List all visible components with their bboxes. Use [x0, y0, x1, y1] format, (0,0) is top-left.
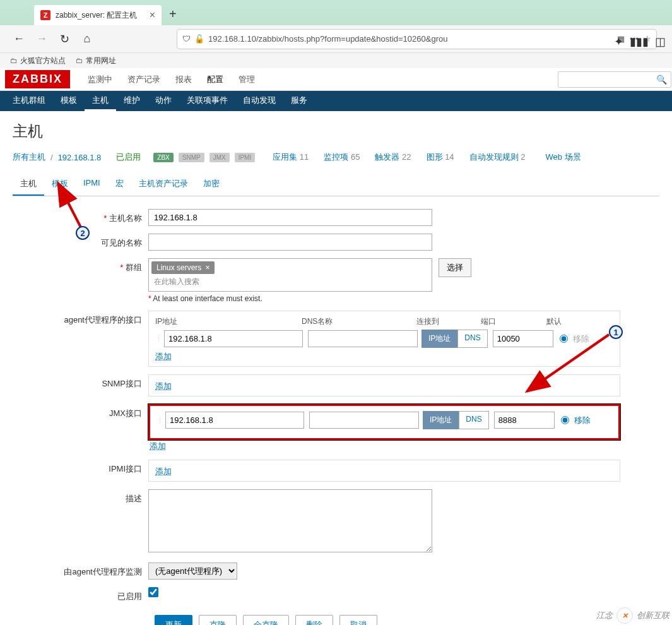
extension-icon[interactable]: ✦: [614, 35, 623, 49]
enabled-checkbox[interactable]: [148, 587, 158, 597]
cancel-button[interactable]: 取消: [339, 615, 377, 625]
subnav-hostgroups[interactable]: 主机群组: [5, 91, 53, 111]
tab-encryption[interactable]: 加密: [196, 173, 227, 196]
nav-reports[interactable]: 报表: [168, 69, 199, 90]
agent-ip-input[interactable]: [164, 330, 303, 347]
jmx-if-label: JMX接口: [13, 404, 148, 419]
search-input[interactable]: [558, 71, 671, 88]
search-icon[interactable]: 🔍: [656, 74, 667, 85]
jmx-ip-input[interactable]: [165, 412, 304, 429]
subnav-services[interactable]: 服务: [283, 91, 315, 111]
proto-ipmi-badge: IPMI: [235, 153, 256, 162]
tab-close-icon[interactable]: ×: [150, 9, 155, 21]
subnav-maintenance[interactable]: 维护: [116, 91, 148, 111]
back-button[interactable]: ←: [10, 30, 28, 48]
tab-macros[interactable]: 宏: [108, 173, 131, 196]
snmp-if-label: SNMP接口: [13, 374, 148, 390]
agent-default-radio[interactable]: [560, 335, 568, 343]
page-title: 主机: [13, 121, 659, 141]
permission-icon: 🔓: [194, 34, 204, 44]
visiblename-input[interactable]: [148, 234, 432, 251]
groups-label: 群组: [126, 263, 142, 272]
snmp-add-link[interactable]: 添加: [155, 381, 172, 391]
jmx-default-radio[interactable]: [561, 416, 569, 424]
reload-button[interactable]: ↻: [56, 30, 73, 48]
subnav-discovery[interactable]: 自动发现: [235, 91, 283, 111]
monitored-select[interactable]: (无agent代理程序): [148, 562, 237, 580]
shield-icon: 🛡: [182, 34, 191, 44]
tab-favicon: Z: [40, 10, 50, 20]
watermark-logo-icon: ✕: [616, 607, 633, 624]
agent-conn-ip[interactable]: IP地址: [421, 330, 457, 348]
groups-input-box[interactable]: Linux servers× 在此输入搜索: [148, 258, 432, 292]
breadcrumb-all-hosts[interactable]: 所有主机: [13, 152, 45, 163]
folder-icon: 🗀: [10, 56, 18, 65]
agent-conn-dns[interactable]: DNS: [457, 330, 487, 348]
group-tag-linux[interactable]: Linux servers×: [151, 261, 215, 274]
visiblename-label: 可见的名称: [13, 234, 148, 249]
nav-config[interactable]: 配置: [199, 69, 231, 90]
library-icon[interactable]: ▮▮▮: [630, 35, 649, 49]
tab-title: zabbix_server: 配置主机: [56, 10, 150, 21]
jmx-dns-input[interactable]: [309, 412, 419, 429]
enabled-label: 已启用: [13, 587, 148, 602]
tab-inventory[interactable]: 主机资产记录: [131, 173, 196, 196]
delete-button[interactable]: 删除: [295, 615, 333, 625]
proto-snmp-badge: SNMP: [179, 153, 204, 162]
subnav-correlation[interactable]: 关联项事件: [179, 91, 235, 111]
stat-graphs[interactable]: 图形 14: [427, 152, 454, 163]
jmx-port-input[interactable]: [494, 412, 555, 429]
tab-host[interactable]: 主机: [13, 173, 44, 196]
tab-templates[interactable]: 模板: [44, 173, 76, 196]
jmx-conn-ip[interactable]: IP地址: [423, 411, 459, 429]
new-tab-button[interactable]: +: [169, 7, 177, 21]
description-textarea[interactable]: [148, 489, 432, 552]
stat-triggers[interactable]: 触发器 22: [375, 152, 411, 163]
subnav-actions[interactable]: 动作: [148, 91, 179, 111]
sidebar-icon[interactable]: ◫: [655, 35, 666, 49]
interface-hint: At least one interface must exist.: [153, 294, 262, 303]
jmx-remove-link[interactable]: 移除: [574, 415, 591, 426]
fullclone-button[interactable]: 全克隆: [243, 615, 289, 625]
bookmark-firefox[interactable]: 🗀 火狐官方站点: [10, 56, 66, 66]
agent-dns-input[interactable]: [308, 330, 418, 347]
group-placeholder: 在此输入搜索: [151, 275, 429, 289]
groups-select-button[interactable]: 选择: [439, 258, 471, 277]
nav-monitoring[interactable]: 监测中: [80, 69, 120, 90]
proto-jmx-badge: JMX: [209, 153, 230, 162]
nav-admin[interactable]: 管理: [231, 69, 262, 90]
subnav-templates[interactable]: 模板: [53, 91, 85, 111]
jmx-conn-dns[interactable]: DNS: [459, 411, 488, 429]
stat-items[interactable]: 监控项 65: [324, 152, 360, 163]
forward-button[interactable]: →: [33, 30, 50, 48]
update-button[interactable]: 更新: [155, 615, 192, 625]
bookmark-common[interactable]: 🗀 常用网址: [76, 56, 116, 66]
drag-handle-icon[interactable]: ⋮⋮: [156, 416, 163, 424]
nav-inventory[interactable]: 资产记录: [120, 69, 168, 90]
description-label: 描述: [13, 489, 148, 504]
stat-apps[interactable]: 应用集 11: [273, 152, 309, 163]
subnav-hosts[interactable]: 主机: [85, 91, 116, 111]
home-button[interactable]: ⌂: [78, 30, 96, 48]
agent-add-link[interactable]: 添加: [155, 352, 172, 361]
stat-discovery[interactable]: 自动发现规则 2: [469, 152, 526, 163]
ipmi-add-link[interactable]: 添加: [155, 467, 172, 476]
hostname-input[interactable]: [148, 209, 432, 226]
zabbix-logo[interactable]: ZABBIX: [5, 70, 70, 88]
proto-zbx-badge: ZBX: [153, 153, 173, 162]
breadcrumb-sep: /: [50, 153, 53, 162]
hostname-label: 主机名称: [109, 213, 142, 223]
stat-web2[interactable]: Web 场景: [545, 152, 581, 163]
jmx-add-link[interactable]: 添加: [150, 441, 166, 451]
breadcrumb-host[interactable]: 192.168.1.8: [58, 153, 102, 162]
group-tag-remove-icon[interactable]: ×: [205, 263, 209, 272]
browser-tab[interactable]: Z zabbix_server: 配置主机 ×: [34, 5, 162, 25]
watermark: 江念 ✕ 创新互联: [596, 607, 669, 624]
hdr-dns: DNS名称: [302, 316, 416, 327]
tab-ipmi[interactable]: IPMI: [76, 173, 108, 196]
agent-port-input[interactable]: [493, 330, 553, 347]
drag-handle-icon[interactable]: ⋮⋮: [155, 335, 162, 343]
clone-button[interactable]: 克隆: [199, 615, 237, 625]
folder-icon: 🗀: [76, 56, 83, 65]
address-bar[interactable]: 🛡 🔓 192.168.1.10/zabbix/hosts.php?form=u…: [177, 29, 657, 49]
